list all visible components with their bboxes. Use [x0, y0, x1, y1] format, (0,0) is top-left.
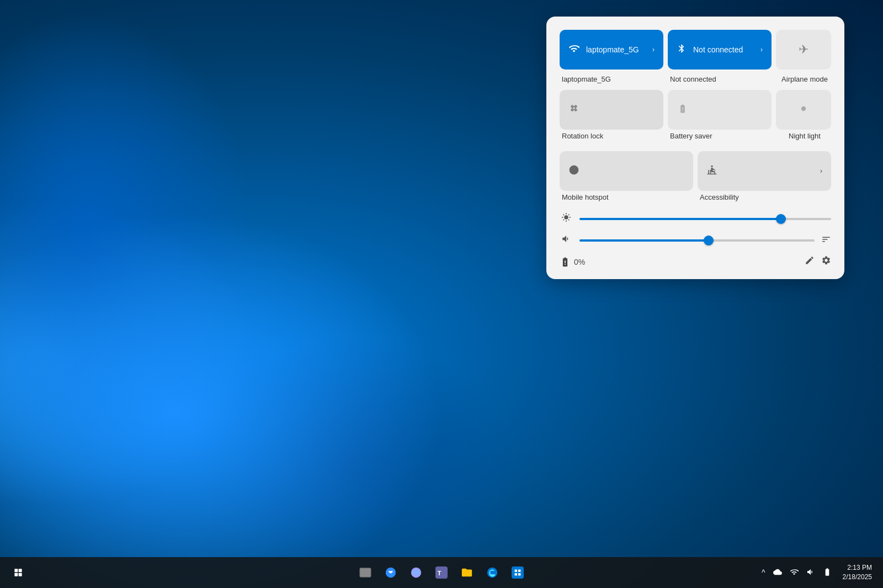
svg-rect-2: [14, 569, 18, 572]
settings-icon[interactable]: [821, 255, 831, 268]
svg-rect-5: [19, 573, 22, 576]
battery-info: 0%: [560, 256, 585, 268]
tray-battery[interactable]: [821, 565, 834, 580]
battery-saver-button[interactable]: [668, 90, 772, 130]
volume-slider-track[interactable]: [579, 239, 815, 242]
volume-slider-row: [560, 234, 831, 247]
bluetooth-button[interactable]: Not connected ›: [668, 30, 772, 70]
accessibility-label: Accessibility: [698, 193, 831, 201]
battery-saver-icon: [677, 104, 689, 116]
wifi-label-below: laptopmate_5G: [560, 75, 663, 83]
mobile-hotspot-icon: [568, 164, 579, 178]
taskbar-filemanager[interactable]: [354, 561, 377, 584]
night-light-button[interactable]: [776, 90, 831, 130]
rotation-lock-label: Rotation lock: [560, 132, 663, 140]
rotation-lock-icon: [568, 103, 579, 117]
svg-text:T: T: [438, 570, 442, 576]
datetime[interactable]: 2:13 PM 2/18/2025: [838, 561, 876, 584]
quick-settings-panel: laptopmate_5G › Not connected › ✈ laptop…: [546, 17, 844, 279]
brightness-slider-row: [560, 212, 831, 225]
tray-volume[interactable]: [804, 565, 817, 580]
taskbar-teams[interactable]: T: [430, 561, 453, 584]
time: 2:13 PM: [843, 563, 872, 573]
tray-chevron[interactable]: ^: [759, 566, 768, 579]
taskbar-edge[interactable]: [481, 561, 504, 584]
bluetooth-label: Not connected: [693, 45, 743, 54]
night-light-icon: [798, 103, 809, 117]
airplane-icon: ✈: [799, 42, 808, 57]
quick-labels-row2: Rotation lock Battery saver Night light: [560, 132, 831, 140]
svg-point-9: [411, 568, 421, 578]
quick-buttons-row2: [560, 90, 831, 130]
taskbar-explorer[interactable]: [455, 561, 478, 584]
bluetooth-icon: [677, 43, 687, 57]
accessibility-icon: [706, 164, 717, 178]
brightness-slider-track[interactable]: [579, 218, 831, 220]
taskbar-right: ^ 2:13 PM 2/18/2025: [759, 561, 876, 584]
wifi-button[interactable]: laptopmate_5G ›: [560, 30, 663, 70]
taskbar: T ^: [0, 557, 883, 588]
bluetooth-arrow: ›: [760, 46, 763, 54]
mobile-hotspot-button[interactable]: [560, 151, 693, 191]
airplane-label-below: Airplane mode: [776, 75, 831, 83]
battery-percentage: 0%: [574, 258, 585, 266]
svg-point-1: [711, 165, 712, 167]
quick-buttons-row3: ›: [560, 151, 831, 191]
night-light-label: Night light: [776, 132, 831, 140]
quick-buttons-row1: laptopmate_5G › Not connected › ✈: [560, 30, 831, 70]
rotation-lock-button[interactable]: [560, 90, 663, 130]
svg-point-0: [801, 106, 806, 110]
mobile-hotspot-label: Mobile hotspot: [560, 193, 693, 201]
bluetooth-label-below: Not connected: [668, 75, 772, 83]
wifi-arrow: ›: [652, 46, 655, 54]
volume-settings-icon[interactable]: [821, 234, 831, 246]
svg-rect-13: [512, 566, 524, 579]
airplane-button[interactable]: ✈: [776, 30, 831, 70]
svg-rect-4: [14, 573, 18, 576]
system-tray: ^: [759, 565, 834, 580]
wifi-label: laptopmate_5G: [586, 45, 639, 54]
battery-charging-icon: [560, 256, 571, 268]
volume-icon: [560, 234, 573, 247]
quick-labels-row1: laptopmate_5G Not connected Airplane mod…: [560, 75, 831, 83]
edit-icon[interactable]: [805, 255, 815, 268]
accessibility-arrow: ›: [820, 167, 822, 175]
brightness-icon: [560, 212, 573, 225]
taskbar-center: T: [354, 561, 529, 584]
date: 2/18/2025: [843, 573, 872, 582]
start-button[interactable]: [7, 561, 30, 584]
taskbar-store[interactable]: [506, 561, 529, 584]
panel-bottom: 0%: [560, 255, 831, 268]
taskbar-copilot[interactable]: [405, 561, 428, 584]
tray-wifi[interactable]: [788, 565, 801, 580]
taskbar-zoom[interactable]: [379, 561, 402, 584]
wifi-icon: [568, 43, 579, 57]
svg-rect-6: [360, 568, 371, 578]
accessibility-button[interactable]: ›: [698, 151, 831, 191]
tray-onedrive[interactable]: [771, 565, 784, 580]
battery-saver-label: Battery saver: [668, 132, 772, 140]
bottom-icons: [805, 255, 831, 268]
taskbar-left: [7, 561, 30, 584]
svg-rect-3: [19, 569, 22, 572]
quick-labels-row3: Mobile hotspot Accessibility: [560, 193, 831, 201]
